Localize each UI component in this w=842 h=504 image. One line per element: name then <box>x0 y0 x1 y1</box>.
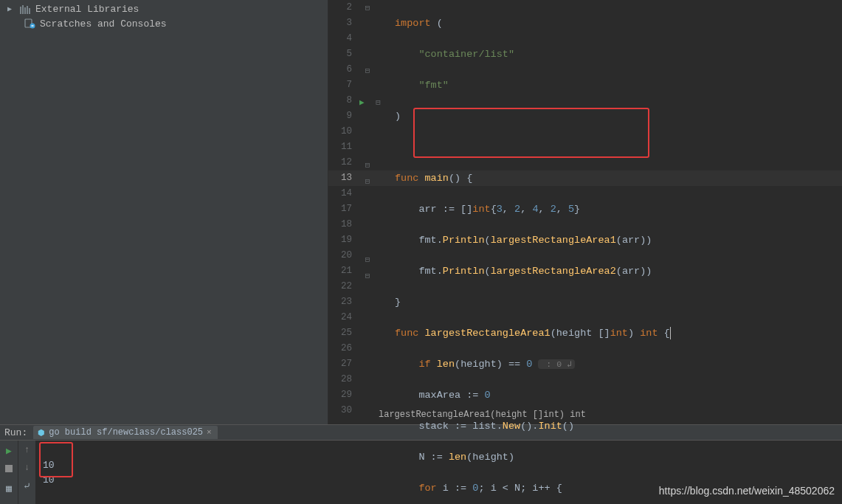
close-icon[interactable]: × <box>207 428 212 437</box>
line-number-gutter: 23456789 10111213141718 19202122232425 2… <box>328 0 359 424</box>
run-tab[interactable]: ⬢ go build sf/newclass/class025 × <box>33 426 217 439</box>
breadcrumb[interactable]: largestRectangleArea1(height []int) int <box>328 410 586 424</box>
run-toolbar-right: ↑ ↓ ⤶ <box>18 441 35 504</box>
project-tool-window: ▶ External Libraries Scratches and Conso… <box>0 0 328 424</box>
run-toolbar-left: ▶ ▦ <box>0 441 18 504</box>
annotation-box-output <box>39 442 73 477</box>
library-icon <box>19 3 31 15</box>
chevron-right-icon: ▶ <box>7 4 15 13</box>
annotation-box-code <box>413 108 649 158</box>
stop-icon[interactable] <box>5 464 13 475</box>
arrow-up-icon[interactable]: ↑ <box>24 445 30 455</box>
svg-rect-2 <box>31 25 33 26</box>
run-gutter-icon[interactable]: ▶ <box>359 98 365 107</box>
soft-wrap-icon[interactable]: ⤶ <box>23 480 31 492</box>
layout-icon[interactable]: ▦ <box>6 483 12 494</box>
run-tab-label: go build sf/newclass/class025 <box>49 427 203 438</box>
gutter-icons: ⊟ ⊟ ▶ ⊟ ⊟ ⊟ ⊟ ⊟ <box>359 0 395 424</box>
run-label: Run: <box>4 427 27 438</box>
tree-item-label: Scratches and Consoles <box>40 18 167 30</box>
go-icon: ⬢ <box>38 428 45 438</box>
editor[interactable]: 23456789 10111213141718 19202122232425 2… <box>328 0 842 424</box>
arrow-down-icon[interactable]: ↓ <box>24 463 30 473</box>
tree-item-scratches[interactable]: Scratches and Consoles <box>0 16 328 31</box>
play-icon[interactable]: ▶ <box>6 445 12 457</box>
watermark: https://blog.csdn.net/weixin_48502062 <box>659 485 835 497</box>
main-split: ▶ External Libraries Scratches and Conso… <box>0 0 842 424</box>
code-content[interactable]: import ( "container/list" "fmt" ) func m… <box>395 0 842 424</box>
tree-item-external-libraries[interactable]: ▶ External Libraries <box>0 1 328 16</box>
tree-item-label: External Libraries <box>35 4 139 15</box>
scratches-icon <box>24 18 35 30</box>
caret <box>670 327 671 339</box>
